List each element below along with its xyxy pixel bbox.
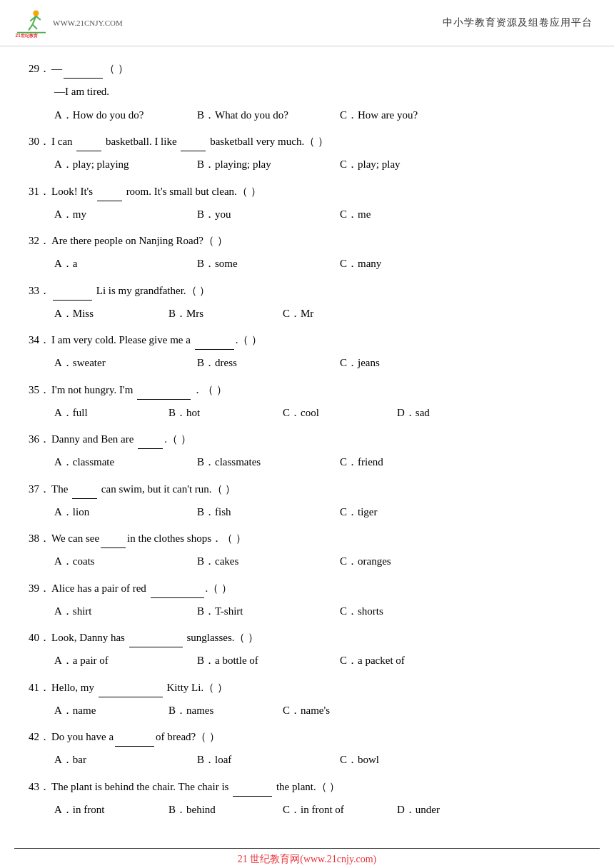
q39-options: A．shirt B．T-shirt C．shorts [54,601,585,622]
q37-blank [72,498,97,499]
q34-optC: C．jeans [340,353,483,373]
logo-area: 21世纪教育 WWW.21CNJY.COM [14,6,123,40]
q33-optB: B．Mrs [168,303,283,324]
q29-sub: —I am tired. [54,81,585,102]
q41-blank [99,697,163,697]
q40-num: 40． [29,628,51,647]
q41-line: 41． Hello, my Kitty Li.（ ） [29,678,585,697]
q37-optC: C．tiger [340,502,483,523]
q31-options: A．my B．you C．me [54,204,585,225]
q35-line: 35． I'm not hungry. I'm ．（ ） [29,380,585,400]
q34-blank [195,349,234,350]
q34-optB: B．dress [197,353,340,373]
q29-blank [64,78,103,79]
q37-text: The can swim, but it can't run.（ ） [51,480,585,499]
q38-line: 38． We can seein the clothes shops．（ ） [29,529,585,548]
q41-options: A．name B．names C．name's [54,700,585,721]
q36-num: 36． [29,430,51,449]
q41-optB: B．names [168,700,283,721]
q37-optB: B．fish [197,502,340,523]
q31-blank [97,201,122,201]
q30-optB: B．playing; play [197,154,340,175]
q38-optC: C．oranges [340,551,483,572]
question-31: 31． Look! It's room. It's small but clea… [29,182,585,225]
q30-optA: A．play; playing [54,154,197,175]
q29-line: 29． —（ ） [29,59,585,79]
question-29: 29． —（ ） —I am tired. A．How do you do? B… [29,59,585,125]
question-37: 37． The can swim, but it can't run.（ ） A… [29,480,585,523]
q38-optB: B．cakes [197,551,340,572]
question-36: 36． Danny and Ben are .（ ） A．classmate B… [29,430,585,473]
q37-options: A．lion B．fish C．tiger [54,502,585,523]
svg-line-2 [29,24,33,30]
q33-text: Li is my grandfather.（ ） [51,281,585,301]
q43-options: A．in front B．behind C．in front of D．unde… [54,799,585,820]
question-35: 35． I'm not hungry. I'm ．（ ） A．full B．ho… [29,380,585,423]
q31-line: 31． Look! It's room. It's small but clea… [29,182,585,201]
q38-num: 38． [29,529,51,548]
question-32: 32． Are there people on Nanjing Road?（ ）… [29,231,585,274]
q42-num: 42． [29,727,51,747]
q41-num: 41． [29,678,51,697]
q43-optB: B．behind [168,799,283,820]
q29-optC: C．How are you? [340,105,483,126]
q39-num: 39． [29,579,51,598]
question-30: 30． I can basketball. I like basketball … [29,132,585,175]
q30-optC: C．play; play [340,154,483,175]
q38-options: A．coats B．cakes C．oranges [54,551,585,572]
q32-options: A．a B．some C．many [54,253,585,274]
svg-line-5 [36,16,40,20]
q36-optC: C．friend [340,452,483,473]
q34-text: I am very cold. Please give me a .（ ） [51,330,585,350]
q43-optC: C．in front of [283,799,397,820]
q31-text: Look! It's room. It's small but clean.（ … [51,182,585,201]
q32-line: 32． Are there people on Nanjing Road?（ ） [29,231,585,251]
q43-optA: A．in front [54,799,168,820]
q29-num: 29． [29,59,51,79]
q34-options: A．sweater B．dress C．jeans [54,353,585,373]
svg-line-3 [33,24,37,29]
header-right-text: 中小学教育资源及组卷应用平台 [443,16,593,29]
q32-optC: C．many [340,253,483,274]
svg-text:21世纪教育: 21世纪教育 [16,33,39,38]
q34-line: 34． I am very cold. Please give me a .（ … [29,330,585,350]
content-area: 29． —（ ） —I am tired. A．How do you do? B… [0,46,614,841]
q30-text: I can basketball. I like basketball very… [51,132,585,151]
q40-options: A．a pair of B．a bottle of C．a packet of [54,650,585,671]
q42-optA: A．bar [54,750,197,770]
q36-blank [138,448,163,449]
q42-options: A．bar B．loaf C．bowl [54,750,585,770]
q30-num: 30． [29,132,51,151]
q40-optC: C．a packet of [340,650,483,671]
q37-num: 37． [29,480,51,499]
q30-line: 30． I can basketball. I like basketball … [29,132,585,151]
q32-num: 32． [29,231,51,251]
q37-optA: A．lion [54,502,197,523]
question-42: 42． Do you have aof bread?（ ） A．bar B．lo… [29,727,585,770]
q39-optA: A．shirt [54,601,197,622]
q42-blank [115,746,154,747]
q39-optB: B．T-shirt [197,601,340,622]
q38-text: We can seein the clothes shops．（ ） [51,529,585,548]
svg-point-0 [33,10,39,16]
q33-num: 33． [29,281,51,301]
q33-optA: A．Miss [54,303,168,324]
q29-text: —（ ） [51,59,585,79]
q41-optA: A．name [54,700,168,721]
question-41: 41． Hello, my Kitty Li.（ ） A．name B．name… [29,678,585,721]
q30-blank2 [181,151,206,151]
q40-line: 40． Look, Danny has sunglasses.（ ） [29,628,585,647]
q29-optB: B．What do you do? [197,105,340,126]
q38-optA: A．coats [54,551,197,572]
question-43: 43． The plant is behind the chair. The c… [29,777,585,820]
question-39: 39． Alice has a pair of red .（ ） A．shirt… [29,579,585,622]
q43-num: 43． [29,777,51,797]
question-40: 40． Look, Danny has sunglasses.（ ） A．a p… [29,628,585,671]
q35-num: 35． [29,380,51,400]
q36-text: Danny and Ben are .（ ） [51,430,585,449]
q35-optC: C．cool [283,403,397,423]
q42-optB: B．loaf [197,750,340,770]
q34-num: 34． [29,330,51,350]
q43-text: The plant is behind the chair. The chair… [51,777,585,797]
logo-icon: 21世纪教育 [14,6,49,40]
